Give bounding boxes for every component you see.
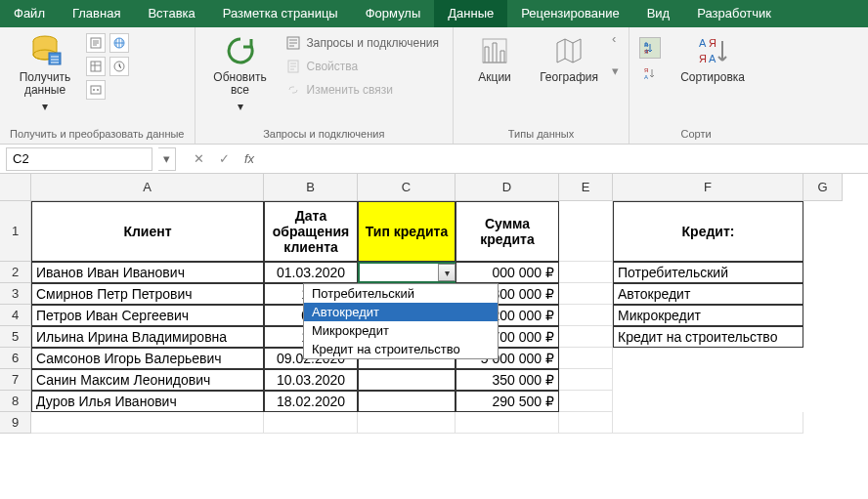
cell-empty-9-2[interactable] [358, 412, 456, 434]
chevron-down-icon[interactable]: ▾ [612, 63, 619, 78]
row-header-2[interactable]: 2 [0, 262, 31, 283]
menu-tab-3[interactable]: Разметка страницы [209, 0, 352, 27]
enter-formula-button[interactable]: ✓ [211, 147, 237, 171]
ribbon-group-queries: Обновить все ▾ Запросы и подключения Сво… [195, 27, 455, 144]
row-header-3[interactable]: 3 [0, 283, 31, 305]
cell-credit-3[interactable]: Микрокредит [613, 305, 803, 326]
select-all-corner[interactable] [0, 174, 31, 201]
cell-E4[interactable] [559, 305, 613, 326]
cell-client-2[interactable]: Смирнов Петр Петрович [31, 283, 264, 305]
cell-date-7[interactable]: 18.02.2020 [264, 391, 358, 412]
row-header-4[interactable]: 4 [0, 305, 31, 326]
data-validation-dropdown-list: ПотребительскийАвтокредитМикрокредитКред… [303, 283, 499, 359]
column-header-E[interactable]: E [559, 174, 613, 201]
cell-sum-1[interactable]: 000 000 ₽ [456, 262, 559, 283]
cell-sum-6[interactable]: 350 000 ₽ [456, 369, 559, 391]
name-box-dropdown[interactable]: ▾ [158, 147, 176, 171]
cell-E5[interactable] [559, 326, 613, 348]
row-header-5[interactable]: 5 [0, 326, 31, 348]
ribbon-group-sort: АЯ ЯА АЯЯА Сортировка Сорти [629, 27, 762, 144]
cell-E3[interactable] [559, 283, 613, 305]
cell-client-5[interactable]: Самсонов Игорь Валерьевич [31, 348, 264, 369]
cell-credit-1[interactable]: Потребительский [613, 262, 803, 283]
cell-empty-9-0[interactable] [31, 412, 264, 434]
geography-button[interactable]: География [532, 31, 606, 84]
sort-desc-button[interactable]: ЯА [639, 62, 661, 84]
cell-client-1[interactable]: Иванов Иван Иванович [31, 262, 264, 283]
cell-date-1[interactable]: 01.03.2020 [264, 262, 358, 283]
header-client[interactable]: Клиент [31, 201, 264, 262]
svg-rect-7 [91, 86, 101, 94]
column-header-D[interactable]: D [456, 174, 559, 201]
menu-tab-6[interactable]: Рецензирование [507, 0, 632, 27]
cell-credit-4[interactable]: Кредит на строительство [613, 326, 803, 348]
header-date[interactable]: Дата обращения клиента [264, 201, 358, 262]
header-credit[interactable]: Кредит: [613, 201, 803, 262]
dropdown-option-2[interactable]: Микрокредит [304, 321, 498, 340]
column-header-B[interactable]: B [264, 174, 358, 201]
row-header-6[interactable]: 6 [0, 348, 31, 369]
cell-E1[interactable] [559, 201, 613, 262]
dropdown-option-3[interactable]: Кредит на строительство [304, 340, 498, 358]
menu-tab-5[interactable]: Данные [434, 0, 507, 27]
sort-dialog-button[interactable]: АЯЯА Сортировка [673, 31, 753, 84]
cell-empty-9-5[interactable] [613, 412, 803, 434]
cell-E8[interactable] [559, 391, 613, 412]
cell-empty-9-4[interactable] [559, 412, 613, 434]
cell-client-3[interactable]: Петров Иван Сергеевич [31, 305, 264, 326]
dropdown-option-1[interactable]: Автокредит [304, 303, 498, 321]
row-header-9[interactable]: 9 [0, 412, 31, 434]
group-label-types: Типы данных [463, 126, 619, 144]
cell-E2[interactable] [559, 262, 613, 283]
cell-client-6[interactable]: Санин Максим Леонидович [31, 369, 264, 391]
properties-label: Свойства [307, 60, 359, 73]
get-data-mini-buttons [86, 31, 129, 100]
recent-sources-button[interactable] [109, 57, 129, 76]
existing-connections-button[interactable] [86, 80, 106, 100]
cell-E6[interactable] [559, 348, 613, 369]
dropdown-option-0[interactable]: Потребительский [304, 284, 498, 303]
column-header-A[interactable]: A [31, 174, 264, 201]
ribbon-group-data-types: Акции География ‹ ▾ Типы данных [454, 27, 629, 144]
column-header-C[interactable]: C [358, 174, 456, 201]
from-text-button[interactable] [86, 33, 106, 53]
cell-E7[interactable] [559, 369, 613, 391]
cell-type-6[interactable] [358, 369, 456, 391]
column-header-G[interactable]: G [803, 174, 843, 201]
stocks-button[interactable]: Акции [463, 31, 526, 84]
menu-tab-8[interactable]: Разработчик [683, 0, 785, 27]
name-box[interactable] [6, 147, 152, 171]
queries-connections-button[interactable]: Запросы и подключения [282, 33, 444, 53]
row-header-1[interactable]: 1 [0, 201, 31, 262]
cell-credit-2[interactable]: Автокредит [613, 283, 803, 305]
menu-tab-2[interactable]: Вставка [134, 0, 208, 27]
edit-links-button: Изменить связи [282, 80, 444, 100]
get-data-button[interactable]: Получить данные ▾ [10, 31, 80, 113]
data-validation-dropdown-button[interactable]: ▾ [438, 264, 456, 281]
cell-client-4[interactable]: Ильина Ирина Владимировна [31, 326, 264, 348]
row-header-8[interactable]: 8 [0, 391, 31, 412]
cell-empty-9-3[interactable] [456, 412, 559, 434]
chevron-left-icon[interactable]: ‹ [612, 31, 619, 46]
cell-client-7[interactable]: Дуров Илья Иванович [31, 391, 264, 412]
cell-empty-9-1[interactable] [264, 412, 358, 434]
sort-icon: АЯЯА [695, 33, 730, 68]
from-web-button[interactable] [109, 33, 129, 53]
insert-function-button[interactable]: fx [237, 147, 262, 171]
menu-tab-0[interactable]: Файл [0, 0, 59, 27]
cancel-formula-button[interactable]: ✕ [186, 147, 211, 171]
sort-asc-button[interactable]: АЯ [639, 37, 661, 59]
header-type[interactable]: Тип кредита [358, 201, 456, 262]
menu-tab-1[interactable]: Главная [59, 0, 134, 27]
cell-date-6[interactable]: 10.03.2020 [264, 369, 358, 391]
formula-input[interactable] [262, 147, 868, 171]
row-header-7[interactable]: 7 [0, 369, 31, 391]
menu-tab-7[interactable]: Вид [633, 0, 684, 27]
cell-type-7[interactable] [358, 391, 456, 412]
from-table-button[interactable] [86, 57, 106, 76]
cell-sum-7[interactable]: 290 500 ₽ [456, 391, 559, 412]
column-header-F[interactable]: F [613, 174, 803, 201]
refresh-all-button[interactable]: Обновить все ▾ [205, 31, 276, 113]
menu-tab-4[interactable]: Формулы [352, 0, 435, 27]
header-sum[interactable]: Сумма кредита [456, 201, 559, 262]
